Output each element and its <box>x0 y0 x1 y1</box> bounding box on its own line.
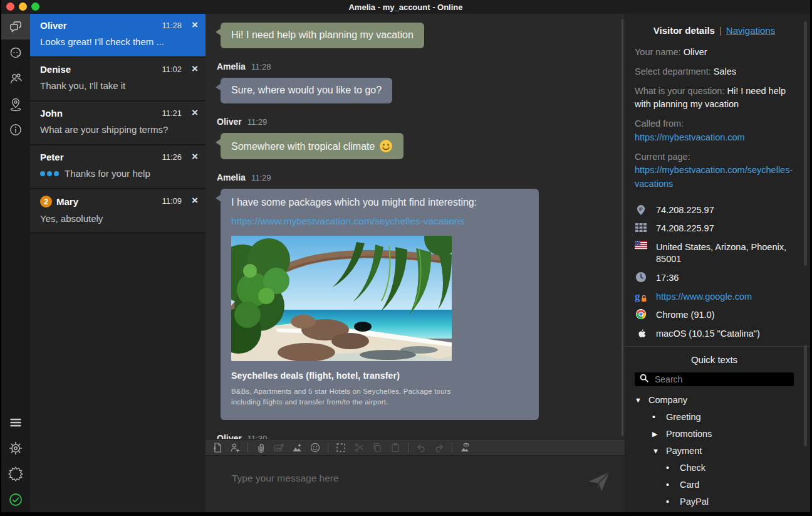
info-row-os: macOS (10.15 "Catalina") <box>635 327 794 340</box>
paste-icon[interactable] <box>390 442 401 453</box>
typing-indicator-icon <box>40 171 59 176</box>
tree-node-promotions[interactable]: ▶Promotions <box>635 429 794 439</box>
close-window-button[interactable] <box>6 3 14 11</box>
rail-status-button[interactable] <box>1 487 30 512</box>
chat-name: Oliver <box>40 20 168 31</box>
called-from-link[interactable]: https://mybestvacation.com <box>635 132 745 142</box>
apple-icon <box>635 327 647 340</box>
field-your-name: Your name: Oliver <box>635 46 794 60</box>
visitor-message: Somewhere with tropical climate <box>221 133 403 160</box>
clock-icon <box>635 271 647 283</box>
tree-node-check[interactable]: •Check <box>635 463 794 473</box>
redo-icon[interactable] <box>434 442 445 453</box>
message-input[interactable] <box>231 472 569 485</box>
window-title: Amelia - my_account - Online <box>348 3 462 12</box>
tree-node-greeting[interactable]: •Greeting <box>635 412 794 422</box>
visitors-icon <box>8 71 23 86</box>
agent-card-message: I have some packages which you might fin… <box>221 189 539 420</box>
chat-list-item-john[interactable]: John 11:21 × What are your shipping term… <box>30 102 206 145</box>
current-page-link[interactable]: https://mybestvacation.com/seychelles-va… <box>635 165 793 189</box>
close-chat-icon[interactable]: × <box>192 107 198 119</box>
visitor-message: Hi! I need help with planning my vacatio… <box>221 23 424 48</box>
quick-texts-search[interactable] <box>635 372 794 386</box>
message-label: Amelia11:29 <box>217 172 618 182</box>
rail-chats-tab[interactable] <box>1 14 30 39</box>
send-message-icon[interactable] <box>588 471 610 495</box>
search-input[interactable] <box>653 374 789 385</box>
rail-info-tab[interactable] <box>1 117 30 142</box>
message-label: Oliver11:30 <box>217 433 618 439</box>
rail-visitors-tab[interactable] <box>1 65 30 91</box>
chat-scrollbar[interactable] <box>622 19 623 436</box>
chat-list-item-peter[interactable]: Peter 11:26 × Thanks for your help <box>30 145 206 189</box>
info-row-referrer: g https://www.google.com <box>635 290 794 303</box>
rail-notifications-button[interactable] <box>1 461 30 487</box>
details-scrollbar[interactable] <box>804 21 807 266</box>
chat-time: 11:26 <box>162 152 182 162</box>
rail-spacer <box>1 142 30 409</box>
copy-icon[interactable] <box>372 442 383 453</box>
info-row-location: United States, Arizona, Phoenix, 85001 <box>635 240 794 266</box>
map-pin-icon <box>8 97 23 112</box>
chat-list-item-denise[interactable]: Denise 11:02 × Thank you, I'll take it <box>30 58 206 102</box>
info-row-browser: Chrome (91.0) <box>635 308 794 322</box>
quick-texts-title: Quick texts <box>635 354 794 365</box>
header-separator: | <box>719 25 722 36</box>
undo-icon[interactable] <box>415 442 427 453</box>
preview-image-icon[interactable] <box>459 442 471 453</box>
minimize-window-button[interactable] <box>19 3 27 11</box>
upload-image-icon[interactable] <box>273 442 284 453</box>
navigations-link[interactable]: Navigations <box>726 25 775 36</box>
seychelles-beach-image[interactable] <box>231 236 452 361</box>
expanded-triangle-icon[interactable]: ▼ <box>635 396 648 404</box>
tree-node-company[interactable]: ▼Company <box>635 395 794 405</box>
toolbar-divider <box>452 442 452 453</box>
rail-agent-tab[interactable] <box>1 39 30 65</box>
field-called-from: Called from: https://mybestvacation.com <box>635 117 794 145</box>
panel-header: Visitor details|Navigations <box>635 25 794 36</box>
toolbar-divider <box>408 442 409 453</box>
field-current-page: Current page: https://mybestvacation.com… <box>635 150 794 191</box>
close-chat-icon[interactable]: × <box>192 194 198 207</box>
svg-text:IP: IP <box>639 206 643 211</box>
select-area-icon[interactable] <box>335 442 346 453</box>
left-icon-rail <box>1 14 30 512</box>
collapsed-triangle-icon[interactable]: ▶ <box>652 430 666 438</box>
cut-icon[interactable] <box>353 442 365 453</box>
rail-menu-button[interactable] <box>1 409 30 435</box>
tree-node-card[interactable]: •Card <box>635 480 794 490</box>
chat-time: 11:28 <box>162 21 182 30</box>
chat-list-item-mary[interactable]: 2 Mary 11:09 × Yes, absolutely <box>30 189 206 233</box>
tree-node-paypal[interactable]: •PayPal <box>635 497 794 507</box>
composer-toolbar <box>206 439 628 456</box>
tree-node-payment[interactable]: ▼Payment <box>635 446 794 456</box>
close-chat-icon[interactable]: × <box>192 150 198 163</box>
bullet-icon: • <box>666 497 680 507</box>
close-chat-icon[interactable]: × <box>192 63 198 75</box>
emoji-icon[interactable] <box>310 442 321 453</box>
chat-list-item-oliver[interactable]: Oliver 11:28 × Looks great! I'll check t… <box>30 14 206 58</box>
chat-time: 11:02 <box>162 65 182 74</box>
smiley-emoji-icon <box>379 139 393 153</box>
quick-texts-scrollbar[interactable] <box>804 345 807 446</box>
referrer-link[interactable]: https://www.google.com <box>656 290 752 303</box>
app-window: Amelia - my_account - Online <box>1 0 810 512</box>
quick-text-icon[interactable] <box>211 442 222 453</box>
online-check-icon <box>8 492 23 507</box>
expanded-triangle-icon[interactable]: ▼ <box>652 447 666 455</box>
info-row-proxy: 74.208.225.97 <box>635 221 794 235</box>
close-chat-icon[interactable]: × <box>192 19 198 31</box>
gear-icon <box>8 441 23 456</box>
vacation-link[interactable]: https://www.mybestvacation.com/seychelle… <box>231 215 528 228</box>
zoom-window-button[interactable] <box>31 3 39 11</box>
composer <box>206 456 628 512</box>
attach-file-icon[interactable] <box>255 442 266 453</box>
transfer-chat-icon[interactable] <box>229 442 241 453</box>
chat-name: 2 Mary <box>40 196 168 208</box>
toolbar-divider <box>328 442 328 453</box>
window-controls <box>6 3 39 11</box>
chat-name: Denise <box>40 64 168 75</box>
rail-map-tab[interactable] <box>1 91 30 117</box>
rail-settings-button[interactable] <box>1 435 30 461</box>
screenshot-icon[interactable] <box>291 442 303 453</box>
